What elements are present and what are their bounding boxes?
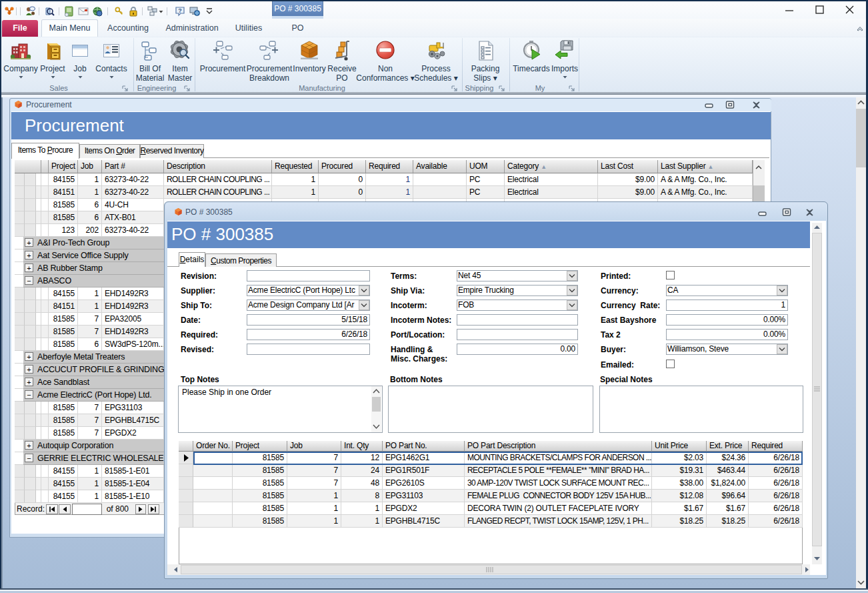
svg-text:?: ? xyxy=(178,7,182,14)
